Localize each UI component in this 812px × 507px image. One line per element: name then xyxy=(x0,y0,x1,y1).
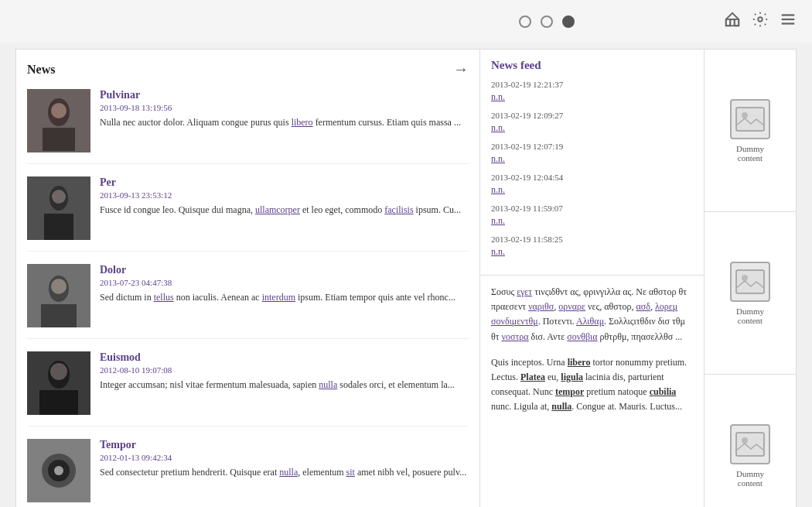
news-item-title-4[interactable]: Euismod xyxy=(100,351,469,364)
home-icon[interactable] xyxy=(724,11,741,33)
feed-entry-3: 2013-02-19 12:07:19 n.n. xyxy=(491,142,693,165)
news-item-3: Dolor 2013-07-23 04:47:38 Sed dictum in … xyxy=(27,264,469,339)
pagination-dots xyxy=(370,15,724,28)
news-header: News → xyxy=(27,60,469,78)
svg-point-1 xyxy=(758,17,763,22)
feed-body-text: Quis inceptos. Urna libero tortor nonumm… xyxy=(491,355,693,415)
feed-panel: News feed 2013-02-19 12:21:37 n.n. 2013-… xyxy=(480,50,705,507)
svg-point-12 xyxy=(52,190,66,204)
feed-entry-6: 2013-02-19 11:58:25 n.n. xyxy=(491,235,693,258)
news-item-text-2: Fusce id congue leo. Quisque dui magna, … xyxy=(100,203,469,217)
news-item-text-3: Sed dictum in tellus non iaculis. Aenean… xyxy=(100,290,469,304)
news-item-date-3: 2013-07-23 04:47:38 xyxy=(100,278,469,287)
dummy-label-2: Dummycontent xyxy=(736,307,764,325)
dummy-label-3: Dummycontent xyxy=(736,469,764,488)
news-panel: News → Pulvinar 2013-09-18 13:19:56 Null… xyxy=(16,50,480,507)
news-item-text-1: Nulla nec auctor dolor. Aliquam congue p… xyxy=(100,115,469,129)
news-panel-title: News xyxy=(27,63,55,77)
feed-top-section: News feed 2013-02-19 12:21:37 n.n. 2013-… xyxy=(480,50,704,276)
svg-rect-29 xyxy=(736,433,764,456)
news-content-1: Pulvinar 2013-09-18 13:19:56 Nulla nec a… xyxy=(100,89,469,152)
dummy-image-box-2 xyxy=(730,262,770,302)
news-item-text-5: Sed consectetur pretium hendrerit. Quisq… xyxy=(100,465,469,479)
svg-point-28 xyxy=(742,275,748,281)
top-icon-bar xyxy=(724,11,797,33)
svg-rect-25 xyxy=(736,108,764,131)
news-item-date-5: 2012-01-13 09:42:34 xyxy=(100,453,469,462)
dummy-image-box-1 xyxy=(730,99,770,139)
feed-link-6[interactable]: n.n. xyxy=(491,246,505,257)
feed-entry-1: 2013-02-19 12:21:37 n.n. xyxy=(491,80,693,103)
feed-date-2: 2013-02-19 12:09:27 xyxy=(491,111,693,120)
svg-point-19 xyxy=(50,363,67,380)
news-item-1: Pulvinar 2013-09-18 13:19:56 Nulla nec a… xyxy=(27,89,469,164)
feed-date-3: 2013-02-19 12:07:19 xyxy=(491,142,693,151)
news-item-date-2: 2013-09-13 23:53:12 xyxy=(100,190,469,200)
feed-date-6: 2013-02-19 11:58:25 xyxy=(491,235,693,244)
news-content-3: Dolor 2013-07-23 04:47:38 Sed dictum in … xyxy=(100,264,469,327)
feed-link-3[interactable]: n.n. xyxy=(491,153,505,164)
svg-point-8 xyxy=(51,103,67,118)
news-content-5: Tempor 2012-01-13 09:42:34 Sed consectet… xyxy=(100,439,469,502)
news-item-title-2[interactable]: Per xyxy=(100,176,469,189)
news-thumb-4 xyxy=(27,351,90,415)
news-thumb-2 xyxy=(27,176,90,240)
news-item-title-1[interactable]: Pulvinar xyxy=(100,89,469,101)
svg-rect-11 xyxy=(44,214,73,240)
svg-point-24 xyxy=(54,466,63,475)
feed-date-1: 2013-02-19 12:21:37 xyxy=(491,80,693,89)
feed-date-4: 2013-02-19 12:04:54 xyxy=(491,173,693,182)
feed-link-1[interactable]: n.n. xyxy=(491,91,505,102)
top-bar xyxy=(0,0,812,43)
news-item-2: Per 2013-09-13 23:53:12 Fusce id congue … xyxy=(27,176,469,252)
news-thumb-1 xyxy=(27,89,90,152)
news-arrow-icon[interactable]: → xyxy=(453,60,469,78)
dot-3[interactable] xyxy=(562,15,575,28)
dot-1[interactable] xyxy=(519,15,531,28)
news-thumb-5 xyxy=(27,439,90,502)
news-item-title-3[interactable]: Dolor xyxy=(100,264,469,276)
feed-entry-2: 2013-02-19 12:09:27 n.n. xyxy=(491,111,693,134)
dummy-item-2: Dummycontent xyxy=(705,212,796,375)
news-content-2: Per 2013-09-13 23:53:12 Fusce id congue … xyxy=(100,176,469,240)
news-item-4: Euismod 2012-08-10 19:07:08 Integer accu… xyxy=(27,351,469,426)
feed-link-4[interactable]: n.n. xyxy=(491,184,505,195)
news-item-title-5[interactable]: Tempor xyxy=(100,439,469,451)
dummy-item-3: Dummycontent xyxy=(705,375,796,507)
svg-point-26 xyxy=(742,112,748,118)
svg-rect-7 xyxy=(43,128,75,151)
news-item-5: Tempor 2012-01-13 09:42:34 Sed consectet… xyxy=(27,439,469,507)
feed-entry-5: 2013-02-19 11:59:07 n.n. xyxy=(491,204,693,227)
main-container: News → Pulvinar 2013-09-18 13:19:56 Null… xyxy=(15,49,797,507)
feed-entry-4: 2013-02-19 12:04:54 n.n. xyxy=(491,173,693,196)
news-item-text-4: Integer accumsan; nisl vitae fermentum m… xyxy=(100,378,469,392)
menu-icon[interactable] xyxy=(780,11,797,33)
svg-point-15 xyxy=(51,279,67,294)
svg-rect-20 xyxy=(39,390,78,415)
dummy-panel: Dummycontent Dummycontent Dummycontent xyxy=(705,50,796,507)
feed-date-5: 2013-02-19 11:59:07 xyxy=(491,204,693,213)
feed-greek-text: Σοσυς εγετ τινςιδθντ ας, φρινγιλλα ας. Ν… xyxy=(491,285,693,344)
news-thumb-3 xyxy=(27,264,90,327)
svg-point-30 xyxy=(742,437,748,444)
feed-link-5[interactable]: n.n. xyxy=(491,215,505,226)
svg-rect-16 xyxy=(41,304,77,327)
feed-link-2[interactable]: n.n. xyxy=(491,122,505,133)
dummy-image-box-3 xyxy=(730,424,770,464)
feed-panel-title: News feed xyxy=(491,59,693,72)
news-content-4: Euismod 2012-08-10 19:07:08 Integer accu… xyxy=(100,351,469,415)
dummy-label-1: Dummycontent xyxy=(736,144,764,163)
feed-bottom-section: Σοσυς εγετ τινςιδθντ ας, φρινγιλλα ας. Ν… xyxy=(480,276,704,507)
news-item-date-4: 2012-08-10 19:07:08 xyxy=(100,365,469,375)
svg-rect-0 xyxy=(726,19,739,26)
dummy-item-1: Dummycontent xyxy=(705,50,796,212)
dot-2[interactable] xyxy=(541,15,553,28)
news-item-date-1: 2013-09-18 13:19:56 xyxy=(100,103,469,112)
gear-icon[interactable] xyxy=(752,11,769,33)
svg-rect-27 xyxy=(736,270,764,293)
